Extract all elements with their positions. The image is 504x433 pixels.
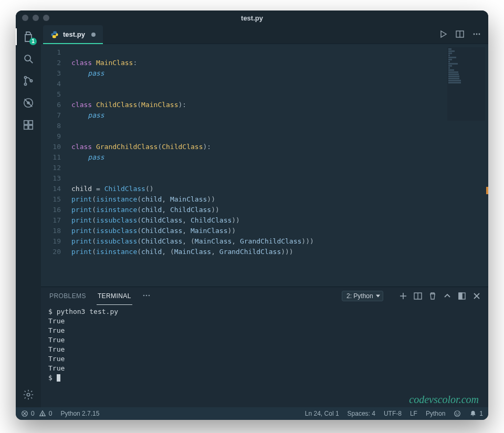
maximize-panel-icon[interactable]	[458, 292, 466, 300]
status-indentation[interactable]: Spaces: 4	[348, 410, 375, 417]
kill-terminal-icon[interactable]	[428, 292, 437, 300]
terminal-prompt[interactable]: $	[48, 373, 481, 383]
window-title: test.py	[16, 14, 488, 22]
line-number: 20	[41, 247, 61, 257]
panel-more-tabs-icon[interactable]	[142, 291, 151, 301]
status-cursor-position[interactable]: Ln 24, Col 1	[305, 410, 339, 417]
status-bar: 0 0 Python 2.7.15 Ln 24, Col 1 Spaces: 4…	[16, 407, 488, 420]
code-line[interactable]	[71, 163, 488, 173]
line-number: 2	[41, 58, 61, 68]
line-number: 6	[41, 100, 61, 110]
code-line[interactable]: print(issubclass(ChildClass, (MainClass,…	[71, 236, 488, 247]
bottom-panel: PROBLEMS TERMINAL 2: Python	[41, 287, 488, 407]
close-window-button[interactable]	[22, 15, 28, 21]
code-content[interactable]: class MainClass: pass class ChildClass(M…	[65, 44, 488, 287]
code-line[interactable]: class ChildClass(MainClass):	[71, 100, 488, 110]
tab-problems[interactable]: PROBLEMS	[48, 287, 87, 305]
terminal-line: True	[48, 326, 481, 335]
tab-terminal[interactable]: TERMINAL	[97, 287, 132, 305]
run-button[interactable]	[439, 30, 448, 39]
code-line[interactable]: print(isinstance(child, (MainClass, Gran…	[71, 247, 488, 257]
line-number: 17	[41, 215, 61, 226]
svg-point-0	[25, 55, 30, 61]
panel-tabs: PROBLEMS TERMINAL 2: Python	[41, 287, 488, 305]
code-line[interactable]	[71, 121, 488, 131]
line-number-gutter: 1234567891011121314151617181920	[41, 44, 65, 287]
code-line[interactable]: print(issubclass(ChildClass, ChildClass)…	[71, 215, 488, 226]
line-number: 13	[41, 173, 61, 184]
code-line[interactable]: class GrandChildClass(ChildClass):	[71, 142, 488, 152]
status-encoding[interactable]: UTF-8	[384, 410, 402, 417]
line-number: 5	[41, 89, 61, 100]
svg-point-2	[24, 77, 26, 79]
terminal-line: True	[48, 354, 481, 364]
code-line[interactable]: pass	[71, 68, 488, 79]
new-terminal-icon[interactable]	[399, 292, 407, 300]
code-line[interactable]	[71, 79, 488, 89]
explorer-icon[interactable]: 1	[21, 29, 36, 44]
code-line[interactable]: class MainClass:	[71, 58, 488, 68]
svg-point-11	[27, 393, 30, 396]
chevron-up-icon[interactable]	[443, 292, 452, 300]
more-actions-icon[interactable]	[472, 30, 482, 39]
svg-line-1	[30, 60, 33, 64]
status-warnings[interactable]: 0	[39, 410, 52, 417]
code-line[interactable]: child = ChildClass()	[71, 184, 488, 194]
maximize-window-button[interactable]	[43, 15, 49, 21]
code-line[interactable]: print(isinstance(child, ChildClass))	[71, 205, 488, 215]
search-icon[interactable]	[21, 51, 36, 66]
line-number: 12	[41, 163, 61, 173]
svg-point-16	[479, 33, 480, 35]
split-editor-icon[interactable]	[456, 30, 465, 39]
status-notifications[interactable]: 1	[469, 410, 483, 417]
titlebar: test.py	[16, 10, 488, 25]
terminal-selector[interactable]: 2: Python	[342, 291, 383, 301]
code-line[interactable]	[71, 173, 488, 184]
code-line[interactable]: print(issubclass(ChildClass, MainClass))	[71, 226, 488, 236]
code-line[interactable]	[71, 47, 488, 58]
tab-filename: test.py	[63, 30, 85, 38]
smiley-icon	[454, 410, 461, 417]
settings-gear-icon[interactable]	[21, 387, 36, 402]
line-number: 11	[41, 152, 61, 163]
svg-rect-25	[459, 293, 462, 299]
editor-tab[interactable]: test.py	[43, 25, 103, 44]
line-number: 19	[41, 236, 61, 247]
terminal-line: True	[48, 335, 481, 345]
status-errors[interactable]: 0	[21, 410, 35, 417]
terminal-line: True	[48, 364, 481, 373]
code-line[interactable]: print(isinstance(child, MainClass))	[71, 194, 488, 205]
code-line[interactable]: pass	[71, 110, 488, 121]
source-control-icon[interactable]	[21, 73, 36, 88]
terminal-body[interactable]: $ python3 test.pyTrueTrueTrueTrueTrueTru…	[41, 305, 488, 407]
svg-rect-7	[24, 121, 28, 124]
svg-point-6	[27, 101, 30, 104]
explorer-badge: 1	[29, 38, 37, 45]
line-number: 3	[41, 68, 61, 79]
status-language[interactable]: Python	[426, 410, 445, 417]
status-python-version[interactable]: Python 2.7.15	[60, 410, 99, 417]
line-number: 18	[41, 226, 61, 236]
code-line[interactable]	[71, 131, 488, 142]
line-number: 1	[41, 47, 61, 58]
code-line[interactable]: pass	[71, 152, 488, 163]
status-eol[interactable]: LF	[410, 410, 417, 417]
status-feedback[interactable]	[454, 410, 461, 417]
svg-point-33	[455, 411, 460, 417]
svg-point-15	[476, 33, 478, 35]
svg-rect-9	[24, 125, 28, 129]
close-panel-icon[interactable]	[472, 292, 481, 300]
minimize-window-button[interactable]	[33, 15, 39, 21]
svg-point-3	[24, 83, 26, 85]
line-number: 9	[41, 131, 61, 142]
extensions-icon[interactable]	[21, 118, 36, 132]
python-file-icon	[50, 30, 59, 39]
terminal-line: True	[48, 345, 481, 354]
minimap[interactable]	[447, 47, 485, 121]
code-line[interactable]	[71, 89, 488, 100]
debug-icon[interactable]	[21, 96, 36, 110]
svg-point-17	[143, 294, 144, 296]
editor-body[interactable]: 1234567891011121314151617181920 class Ma…	[41, 44, 488, 287]
watermark: codevscolor.com	[409, 395, 479, 404]
split-terminal-icon[interactable]	[414, 292, 422, 300]
